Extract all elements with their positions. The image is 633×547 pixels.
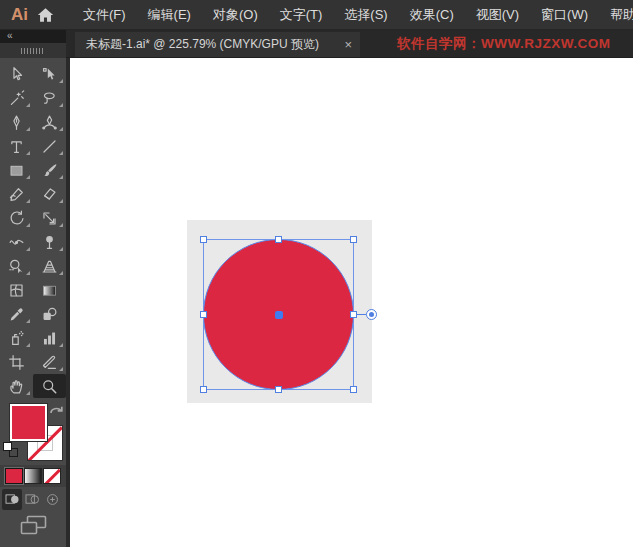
selection-tool[interactable]	[0, 62, 33, 86]
curvature-tool-icon	[41, 114, 58, 131]
rectangle-tool[interactable]	[0, 158, 33, 182]
none-button[interactable]	[44, 469, 60, 483]
line-segment-tool-icon	[41, 138, 58, 155]
selection-handle-nw[interactable]	[200, 236, 207, 243]
paintbrush-tool[interactable]	[33, 158, 66, 182]
document-tab[interactable]: 未标题-1.ai* @ 225.79% (CMYK/GPU 预览) ×	[75, 32, 360, 57]
type-tool[interactable]	[0, 134, 33, 158]
menu-object[interactable]: 对象(O)	[202, 0, 269, 30]
menu-bar: Ai 文件(F) 编辑(E) 对象(O) 文字(T) 选择(S) 效果(C) 视…	[0, 0, 633, 30]
lasso-tool[interactable]	[33, 86, 66, 110]
app-logo: Ai	[0, 5, 37, 25]
change-screen-mode-button[interactable]	[20, 515, 47, 539]
symbol-sprayer-tool[interactable]	[0, 326, 33, 350]
column-graph-tool[interactable]	[33, 326, 66, 350]
eraser-tool-icon	[41, 186, 58, 203]
draw-normal-button[interactable]	[2, 489, 22, 510]
toolbar-header: «	[0, 30, 66, 58]
gradient-tool[interactable]	[33, 278, 66, 302]
pencil-tool[interactable]	[0, 182, 33, 206]
zoom-tool-icon	[41, 378, 58, 395]
menu-file[interactable]: 文件(F)	[72, 0, 137, 30]
toolbar-collapse-button[interactable]: «	[0, 30, 66, 43]
screen-mode-icon	[20, 515, 47, 535]
eraser-tool[interactable]	[33, 182, 66, 206]
menu-view[interactable]: 视图(V)	[465, 0, 530, 30]
puppet-warp-tool-icon	[41, 234, 58, 251]
selection-handle-n[interactable]	[275, 236, 282, 243]
default-fill-stroke-button[interactable]	[3, 442, 18, 457]
slice-tool-icon	[41, 354, 58, 371]
hand-tool-icon	[8, 378, 25, 395]
selection-handle-ne[interactable]	[350, 236, 357, 243]
magic-wand-tool-icon	[8, 90, 25, 107]
column-graph-tool-icon	[41, 330, 58, 347]
swap-fill-stroke-button[interactable]	[49, 403, 63, 421]
symbol-sprayer-tool-icon	[8, 330, 25, 347]
fill-color-value	[12, 406, 45, 439]
eyedropper-tool[interactable]	[0, 302, 33, 326]
menu-effect[interactable]: 效果(C)	[399, 0, 465, 30]
magic-wand-tool[interactable]	[0, 86, 33, 110]
perspective-grid-tool[interactable]	[33, 254, 66, 278]
selection-handle-se[interactable]	[350, 386, 357, 393]
paintbrush-tool-icon	[41, 162, 58, 179]
fill-color-swatch[interactable]	[10, 404, 47, 441]
pen-tool[interactable]	[0, 110, 33, 134]
selection-handle-sw[interactable]	[200, 386, 207, 393]
toolbar-grip-strip[interactable]	[0, 43, 66, 58]
scale-tool-icon	[41, 210, 58, 227]
color-button[interactable]	[6, 469, 22, 483]
zoom-tool[interactable]	[33, 374, 66, 398]
shape-builder-tool[interactable]	[0, 254, 33, 278]
pen-tool-icon	[8, 114, 25, 131]
menu-edit[interactable]: 编辑(E)	[137, 0, 202, 30]
shape-builder-tool-icon	[8, 258, 25, 275]
document-tab-title: 未标题-1.ai* @ 225.79% (CMYK/GPU 预览)	[86, 36, 319, 53]
eyedropper-tool-icon	[8, 306, 25, 323]
selection-tool-icon	[8, 66, 25, 83]
tab-close-button[interactable]: ×	[344, 38, 352, 51]
curvature-tool[interactable]	[33, 110, 66, 134]
rectangle-tool-icon	[8, 162, 25, 179]
collapse-icon: «	[7, 30, 12, 41]
swap-colors-icon	[49, 404, 63, 417]
menu-window[interactable]: 窗口(W)	[530, 0, 599, 30]
selection-handle-w[interactable]	[200, 311, 207, 318]
gradient-tool-icon	[41, 282, 58, 299]
rotate-tool-icon	[8, 210, 25, 227]
scale-tool[interactable]	[33, 206, 66, 230]
ellipse-pie-widget[interactable]	[366, 309, 377, 320]
color-type-buttons	[0, 465, 66, 487]
fill-stroke-controls	[0, 402, 66, 462]
watermark-text: 软件自学网：WWW.RJZXW.COM	[397, 30, 610, 58]
slice-tool[interactable]	[33, 350, 66, 374]
none-slash	[44, 469, 60, 483]
home-button[interactable]	[37, 0, 54, 30]
selection-handle-s[interactable]	[275, 386, 282, 393]
menu-select[interactable]: 选择(S)	[333, 0, 398, 30]
line-segment-tool[interactable]	[33, 134, 66, 158]
puppet-warp-tool[interactable]	[33, 230, 66, 254]
perspective-grid-tool-icon	[41, 258, 58, 275]
transform-widget-connector	[356, 314, 366, 316]
document-canvas[interactable]	[70, 58, 633, 547]
draw-inside-button[interactable]	[42, 489, 62, 510]
direct-selection-tool[interactable]	[33, 62, 66, 86]
artboard-tool-icon	[8, 354, 25, 371]
tools-grid	[0, 62, 66, 398]
mesh-tool[interactable]	[0, 278, 33, 302]
draw-behind-button[interactable]	[22, 489, 42, 510]
lasso-tool-icon	[41, 90, 58, 107]
menu-type[interactable]: 文字(T)	[269, 0, 334, 30]
blend-tool[interactable]	[33, 302, 66, 326]
pencil-tool-icon	[8, 186, 25, 203]
rotate-tool[interactable]	[0, 206, 33, 230]
menu-help[interactable]: 帮助(H)	[599, 0, 633, 30]
selection-bounding-box	[203, 239, 354, 390]
artboard-tool[interactable]	[0, 350, 33, 374]
shape-center-point[interactable]	[275, 311, 283, 319]
hand-tool[interactable]	[0, 374, 33, 398]
gradient-button[interactable]	[25, 469, 41, 483]
width-tool[interactable]	[0, 230, 33, 254]
